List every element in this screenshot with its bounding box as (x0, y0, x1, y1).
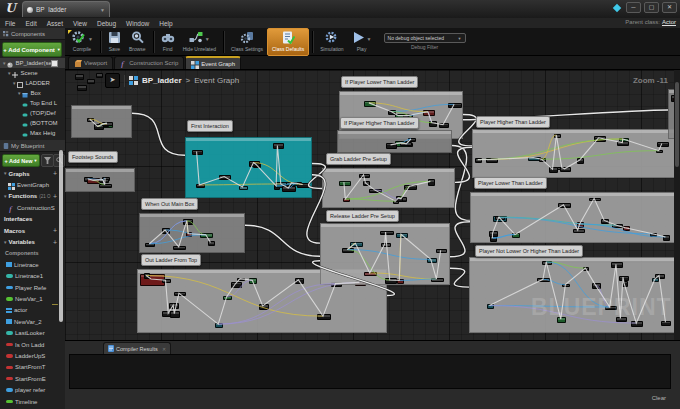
graph-node[interactable] (487, 304, 495, 310)
graph-node[interactable] (542, 261, 552, 265)
graph-node[interactable] (404, 185, 418, 190)
graph-node[interactable] (273, 143, 284, 149)
tree-item-ladder[interactable]: ▼LADDER (0, 78, 65, 88)
tab-construction-scrip[interactable]: fConstruction Scrip (114, 56, 184, 69)
comment-label-if-player-higher[interactable]: If Player Higher Than Ladder (340, 117, 419, 129)
expander-icon[interactable]: ▼ (2, 61, 6, 66)
graph-node[interactable] (573, 229, 585, 233)
menu-asset[interactable]: Asset (42, 20, 68, 27)
graph-node[interactable] (249, 278, 257, 284)
add-component-button[interactable]: + Add Component ▼ (2, 42, 62, 57)
breadcrumb-root[interactable]: BP_ladder (142, 76, 182, 85)
visibility-eye-icon[interactable] (51, 399, 58, 407)
variable-timeline[interactable]: Timeline (0, 396, 65, 407)
graph-node[interactable] (486, 158, 498, 162)
graph-node[interactable] (249, 161, 260, 167)
variable-newvar-2[interactable]: NewVar_2 (0, 316, 65, 327)
comment-label-out-ladder-from-top[interactable]: Out Ladder From Top (141, 254, 201, 266)
graph-node[interactable] (592, 283, 601, 289)
graph-node[interactable] (239, 186, 248, 190)
graph-node[interactable] (200, 233, 213, 238)
variable-is-on-ladd[interactable]: Is On Ladd (0, 339, 65, 350)
graph-node[interactable] (162, 279, 171, 283)
class-defaults-button[interactable]: Class Defaults (267, 28, 309, 56)
my-blueprint-components-sub[interactable]: Components (0, 248, 65, 259)
my-blueprint-scrollbar[interactable] (59, 150, 63, 322)
maximize-button[interactable]: ▢ (644, 2, 659, 13)
canvas-scrollbar[interactable] (674, 70, 680, 340)
graph-node[interactable] (601, 219, 609, 224)
graph-node[interactable] (286, 182, 298, 187)
save-button[interactable]: Save (104, 29, 125, 55)
comment-region-player-higher[interactable] (472, 129, 675, 178)
tree-item-scene[interactable]: ▼Scene (0, 68, 65, 78)
tree-item-bottom[interactable]: (BOTTOM (0, 118, 65, 128)
close-button[interactable]: ✕ (662, 2, 677, 13)
graph-node[interactable] (339, 181, 350, 186)
tab-viewport[interactable]: Viewport (68, 56, 113, 69)
my-blueprint-functions[interactable]: ▼Functions(21 O+ (0, 191, 65, 202)
graph-node[interactable] (431, 278, 444, 282)
tree-item-max-heig[interactable]: Max Heig (0, 128, 65, 138)
my-blueprint-variables[interactable]: ▼Variables+ (0, 236, 65, 247)
compile-button[interactable]: ▼Compile (67, 29, 97, 55)
graph-node[interactable] (397, 279, 404, 285)
graph-node[interactable] (657, 142, 669, 147)
graph-node[interactable] (623, 226, 630, 231)
graph-node[interactable] (622, 281, 628, 287)
breadcrumb-current[interactable]: Event Graph (194, 76, 239, 85)
graph-node[interactable] (317, 314, 330, 319)
graph-node[interactable] (231, 282, 242, 288)
my-blueprint-macros[interactable]: Macros+ (0, 225, 65, 236)
expander-icon[interactable]: ▼ (3, 194, 7, 199)
graph-node[interactable] (577, 222, 584, 228)
graph-node[interactable] (343, 198, 350, 202)
expander-icon[interactable]: ▼ (3, 240, 7, 245)
graph-node[interactable] (537, 278, 550, 282)
graph-node[interactable] (381, 243, 391, 247)
graph-node[interactable] (428, 179, 436, 185)
graph-node[interactable] (577, 158, 584, 164)
variable-ladderups[interactable]: LadderUpS (0, 350, 65, 361)
comment-region-grab-ladder[interactable] (322, 168, 455, 208)
graph-node[interactable] (380, 231, 394, 235)
graph-node[interactable] (282, 186, 296, 192)
graph-node[interactable] (656, 150, 663, 154)
variable-player-refer[interactable]: player refer (0, 384, 65, 395)
visibility-eye-icon[interactable] (51, 274, 58, 282)
visibility-eye-icon[interactable] (51, 365, 58, 373)
graph-node[interactable] (169, 303, 179, 309)
graph-node[interactable] (99, 179, 109, 183)
comment-label-when-out-main-box[interactable]: When Out Main Box (141, 198, 198, 210)
variable-player-refe[interactable]: Player Refe (0, 282, 65, 293)
graph-node[interactable] (429, 121, 436, 127)
menu-edit[interactable]: Edit (20, 20, 41, 27)
comment-label-first-interaction[interactable]: First Interaction (187, 120, 233, 132)
graph-node[interactable] (219, 175, 231, 179)
debug-object-select[interactable]: No debug object selected▼ (384, 33, 466, 43)
graph-node[interactable] (196, 184, 205, 189)
comment-region-footstep-sounds[interactable] (65, 168, 135, 192)
graph-node[interactable] (385, 278, 397, 284)
graph-node[interactable] (162, 228, 170, 233)
visibility-eye-icon[interactable] (51, 330, 58, 338)
graph-node[interactable] (448, 103, 462, 108)
graph-node[interactable] (495, 216, 505, 220)
simulation-button[interactable]: Simulation (316, 29, 347, 55)
visibility-eye-icon[interactable] (51, 342, 58, 350)
graph-node[interactable] (369, 189, 382, 193)
graph-node[interactable] (99, 184, 112, 188)
graph-node[interactable] (342, 248, 354, 253)
graph-node[interactable] (102, 122, 113, 126)
comment-label-if-player-lower[interactable]: If Player Lower Than Ladder (341, 76, 418, 88)
asset-tab[interactable]: BP_ladder ▼ (22, 1, 110, 17)
go-to-arrow-icon[interactable]: ➤ (105, 73, 120, 88)
graph-node[interactable] (612, 224, 624, 228)
graph-node[interactable] (560, 167, 571, 172)
hide-unrelated-button[interactable]: ▼Hide Unrelated (179, 29, 220, 55)
graph-node[interactable] (663, 235, 671, 241)
compiler-results-tab[interactable]: Compiler Results ✕ (103, 342, 171, 354)
minimize-button[interactable]: ─ (626, 2, 641, 13)
editable-checkbox-icon[interactable] (52, 296, 58, 304)
add-new-button[interactable]: + Add New ▼ (2, 154, 40, 167)
